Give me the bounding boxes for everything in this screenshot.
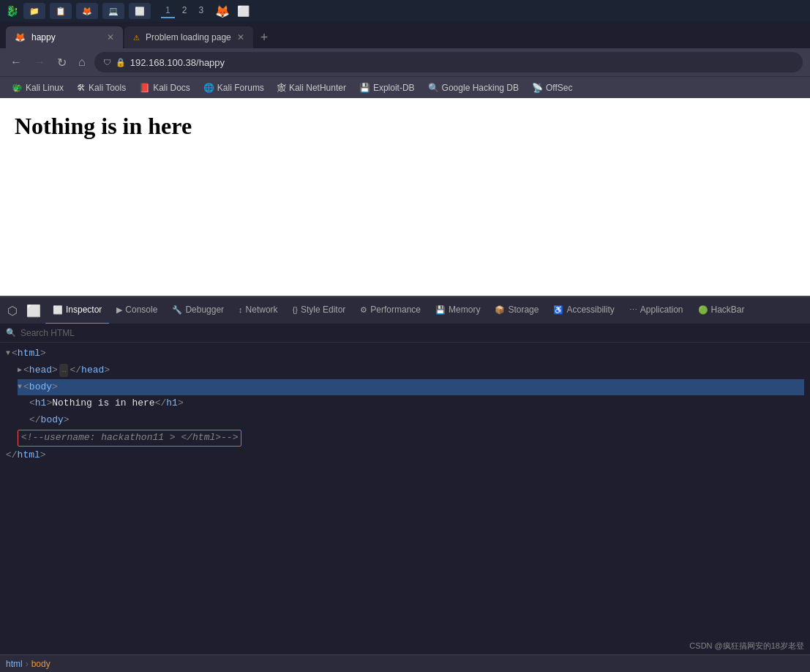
tab-application[interactable]: ⋯ Application (622, 296, 691, 324)
kali-tools-icon: 🛠 (77, 83, 86, 93)
taskbar-num-3[interactable]: 3 (194, 4, 208, 18)
taskbar-terminal[interactable]: 💻 (102, 3, 124, 19)
bookmark-kali-nethunter[interactable]: 🕸 Kali NetHunter (271, 81, 352, 94)
body-tag-open[interactable]: ▼ <body> (18, 379, 804, 396)
tab-happy-favicon: 🦊 (15, 32, 26, 42)
head-tag[interactable]: ▶ <head> … </head> (18, 362, 804, 379)
expand-head[interactable]: ▶ (18, 365, 22, 376)
tab-storage-label: Storage (508, 305, 539, 315)
taskbar-num-2[interactable]: 2 (178, 4, 192, 18)
memory-icon: 💾 (435, 305, 446, 315)
bookmark-kali-forums-label: Kali Forums (217, 83, 264, 93)
responsive-design-button[interactable]: ⬜ (22, 301, 45, 321)
h1-tag[interactable]: <h1>Nothing is in here</h1> (29, 395, 804, 412)
bookmark-kali-docs[interactable]: 📕 Kali Docs (133, 81, 196, 94)
new-tab-button[interactable]: + (255, 26, 274, 48)
breadcrumb-separator: › (26, 659, 29, 669)
reload-button[interactable]: ↻ (54, 53, 70, 72)
tab-inspector-label: Inspector (66, 305, 102, 315)
taskbar-firefox-icon-2: 🦊 (215, 4, 230, 18)
html-tree: ▼ <html> ▶ <head> … </head> ▼ <body> (0, 343, 810, 467)
tab-happy-close[interactable]: ✕ (107, 32, 114, 42)
tab-storage[interactable]: 📦 Storage (487, 296, 546, 324)
tab-accessibility[interactable]: ♿ Accessibility (546, 296, 621, 324)
tab-bar: 🦊 happy ✕ ⚠ Problem loading page ✕ + (0, 22, 810, 48)
bookmark-google-hacking[interactable]: 🔍 Google Hacking DB (422, 81, 525, 94)
expand-html[interactable]: ▼ (6, 348, 10, 359)
kali-linux-icon: 🐲 (12, 83, 23, 93)
style-editor-icon: {} (293, 305, 298, 314)
forward-button[interactable]: → (31, 53, 48, 72)
tab-hackbar[interactable]: 🟢 HackBar (691, 296, 752, 324)
back-button[interactable]: ← (7, 53, 25, 72)
tab-console-label: Console (125, 305, 157, 315)
tab-network[interactable]: ↕ Network (231, 296, 285, 324)
devtools-breadcrumb: html › body (0, 654, 810, 672)
comment-highlight: <!--username: hackathon11 > </html>--> (18, 430, 241, 447)
body-tag-close[interactable]: </body> (29, 412, 804, 429)
bookmarks-bar: 🐲 Kali Linux 🛠 Kali Tools 📕 Kali Docs 🌐 … (0, 76, 810, 98)
hackbar-icon: 🟢 (698, 305, 708, 315)
inspector-icon: ⬜ (53, 305, 63, 315)
bookmark-offsec[interactable]: 📡 OffSec (526, 81, 578, 94)
google-hacking-icon: 🔍 (428, 83, 439, 93)
html-tag-close[interactable]: </html> (6, 447, 804, 464)
kali-nethunter-icon: 🕸 (277, 83, 286, 93)
taskbar-firefox[interactable]: 🦊 (76, 3, 98, 19)
bookmark-kali-nethunter-label: Kali NetHunter (289, 83, 346, 93)
taskbar-notes[interactable]: 📋 (50, 3, 72, 19)
search-input[interactable] (20, 328, 167, 338)
html-tag-open[interactable]: ▼ <html> (6, 346, 804, 362)
tab-error-close[interactable]: ✕ (237, 32, 244, 42)
devtools-toolbar: ⬡ ⬜ ⬜ Inspector ▶ Console 🔧 Debugger ↕ N… (0, 296, 810, 324)
tab-memory[interactable]: 💾 Memory (428, 296, 487, 324)
bookmark-exploitdb[interactable]: 💾 Exploit-DB (353, 81, 421, 94)
breadcrumb-html[interactable]: html (6, 659, 23, 669)
tab-style-editor[interactable]: {} Style Editor (285, 296, 353, 324)
bookmark-kali-linux[interactable]: 🐲 Kali Linux (6, 81, 70, 94)
tab-error-favicon: ⚠ (133, 34, 140, 42)
element-picker-button[interactable]: ⬡ (3, 301, 22, 321)
taskbar-extra[interactable]: ⬜ (129, 3, 151, 19)
bookmark-exploitdb-label: Exploit-DB (373, 83, 415, 93)
browser: 🦊 happy ✕ ⚠ Problem loading page ✕ + ← →… (0, 22, 810, 672)
taskbar-num-1[interactable]: 1 (161, 4, 175, 18)
tab-inspector[interactable]: ⬜ Inspector (45, 296, 109, 324)
files-icon: 📁 (29, 7, 40, 16)
tab-happy[interactable]: 🦊 happy ✕ (6, 26, 123, 48)
tab-console[interactable]: ▶ Console (109, 296, 165, 324)
kali-docs-icon: 📕 (139, 83, 150, 93)
kali-dragon-icon[interactable]: 🐉 (4, 4, 19, 18)
exploitdb-icon: 💾 (359, 83, 370, 93)
tab-performance-label: Performance (370, 305, 421, 315)
tab-debugger[interactable]: 🔧 Debugger (165, 296, 231, 324)
notes-icon: 📋 (56, 7, 66, 16)
bookmark-kali-tools[interactable]: 🛠 Kali Tools (71, 81, 132, 94)
bookmark-kali-forums[interactable]: 🌐 Kali Forums (198, 81, 270, 94)
bookmark-kali-docs-label: Kali Docs (153, 83, 190, 93)
home-button[interactable]: ⌂ (75, 53, 89, 72)
lock-icon: 🔒 (116, 58, 126, 67)
devtools-main: ▼ <html> ▶ <head> … </head> ▼ <body> (0, 343, 810, 672)
taskbar-numbers: 1 2 3 (161, 4, 208, 18)
tab-performance[interactable]: ⚙ Performance (353, 296, 428, 324)
taskbar: 🐉 📁 📋 🦊 💻 ⬜ 1 2 3 🦊 ⬜ (0, 0, 810, 22)
taskbar-files[interactable]: 📁 (23, 3, 45, 19)
storage-icon: 📦 (495, 305, 505, 315)
firefox-icon: 🦊 (82, 7, 92, 16)
page-heading: Nothing is in here (15, 113, 795, 140)
tab-network-label: Network (246, 305, 278, 315)
tab-error[interactable]: ⚠ Problem loading page ✕ (124, 26, 253, 48)
application-icon: ⋯ (629, 305, 637, 315)
html-comment[interactable]: <!--username: hackathon11 > </html>--> (18, 429, 804, 447)
address-bar[interactable]: 🛡 🔒 192.168.100.38/happy (94, 52, 803, 72)
tab-style-editor-label: Style Editor (301, 305, 345, 315)
console-icon: ▶ (116, 305, 122, 315)
url-display: 192.168.100.38/happy (130, 57, 225, 68)
expand-body[interactable]: ▼ (18, 381, 22, 393)
terminal-icon: 💻 (108, 7, 119, 16)
breadcrumb-body[interactable]: body (31, 659, 50, 669)
tab-application-label: Application (640, 305, 683, 315)
page-content: Nothing is in here (0, 98, 810, 296)
tab-hackbar-label: HackBar (711, 305, 745, 315)
